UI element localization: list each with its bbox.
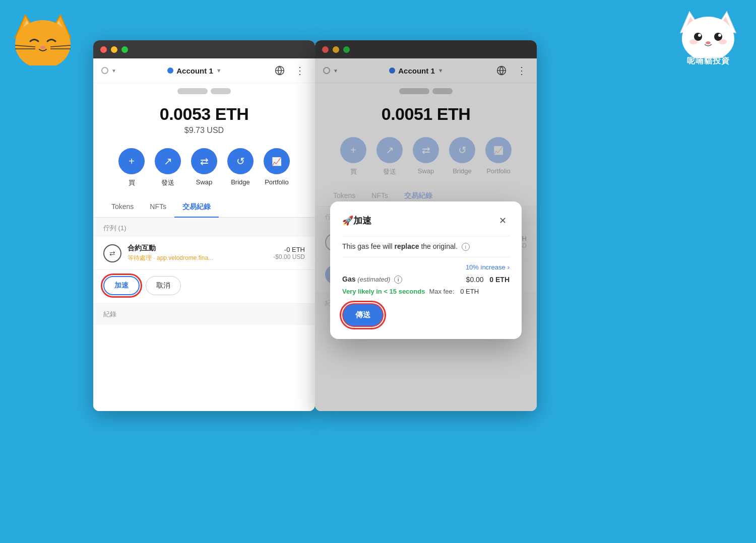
svg-point-19 <box>706 41 711 44</box>
account-dot-left <box>167 67 173 74</box>
swap-label: Swap <box>196 178 213 186</box>
bridge-icon: ↺ <box>227 148 254 174</box>
addr-seg1-left <box>177 88 208 94</box>
modal-increase-row: 10% increase › <box>342 263 510 271</box>
action-bridge[interactable]: ↺ Bridge <box>227 148 254 187</box>
action-buy[interactable]: + 買 <box>118 148 145 187</box>
account-name-left[interactable]: Account 1 ▼ <box>167 66 221 75</box>
modal-card: 🚀加速 ✕ This gas fee will replace the orig… <box>330 201 522 339</box>
chevron-right-icon[interactable]: › <box>508 263 510 271</box>
max-fee-value: 0 ETH <box>460 288 479 295</box>
network-switch-icon-left[interactable] <box>273 63 287 78</box>
bridge-label: Bridge <box>231 178 250 186</box>
svg-point-20 <box>689 39 698 44</box>
gas-info-icon[interactable]: i <box>394 276 402 284</box>
windows-container: ▼ Account 1 ▼ ⋮ <box>93 40 537 411</box>
action-buttons-left: + 買 ↗ 發送 ⇄ Swap ↺ Bridge 📈 Portfolio <box>93 143 315 197</box>
tx-eth-left: -0 ETH <box>273 246 305 253</box>
modal-desc-prefix: This gas fee will <box>342 242 394 250</box>
history-label-left: 紀錄 <box>93 303 315 325</box>
window-right: ▼ Account 1 ▼ ⋮ <box>315 40 537 411</box>
modal-likely-row: Very likely in < 15 seconds Max fee: 0 E… <box>342 288 510 295</box>
action-swap[interactable]: ⇄ Swap <box>191 148 217 187</box>
svg-point-21 <box>719 39 727 44</box>
gas-estimated: (estimated) <box>357 276 390 283</box>
window-left: ▼ Account 1 ▼ ⋮ <box>93 40 315 411</box>
max-fee-label: Max fee: <box>429 288 454 295</box>
tab-bar-left: Tokens NFTs 交易紀錄 <box>93 197 315 218</box>
buy-icon: + <box>118 148 145 174</box>
chevron-down-icon-account-left[interactable]: ▼ <box>216 67 222 74</box>
tab-history-left[interactable]: 交易紀錄 <box>174 197 219 218</box>
gas-value: $0.00 0 ETH <box>466 276 510 284</box>
likely-text: Very likely in < 15 seconds <box>342 288 425 295</box>
network-icon-left <box>101 67 108 74</box>
header-right-left: ⋮ <box>273 63 307 78</box>
modal-divider-top <box>342 236 510 236</box>
tx-title-left: 合約互動 <box>128 244 267 253</box>
traffic-light-red-left[interactable] <box>100 46 107 53</box>
queue-label-left: 佇列 (1) <box>93 218 315 237</box>
modal-gas-row: Gas (estimated) i $0.00 0 ETH <box>342 275 510 284</box>
titlebar-left <box>93 40 315 58</box>
addr-seg2-left <box>211 88 231 94</box>
svg-point-18 <box>718 34 721 37</box>
brand-logo: 呢喃貓投資 <box>668 8 748 66</box>
balance-eth-left: 0.0053 ETH <box>93 104 315 124</box>
tab-nfts-left[interactable]: NFTs <box>142 197 174 218</box>
window-body-left: ▼ Account 1 ▼ ⋮ <box>93 58 315 411</box>
modal-send-button[interactable]: 傳送 <box>342 303 384 327</box>
portfolio-label: Portfolio <box>265 178 289 186</box>
svg-point-17 <box>698 34 701 37</box>
modal-divider-mid <box>342 257 510 257</box>
action-send[interactable]: ↗ 發送 <box>155 148 181 187</box>
buy-label: 買 <box>129 178 135 187</box>
chevron-down-icon-left[interactable]: ▼ <box>111 68 116 74</box>
tx-amount-left: -0 ETH -$0.00 USD <box>273 246 305 260</box>
cancel-button-left[interactable]: 取消 <box>146 276 181 295</box>
modal-title: 🚀加速 <box>342 215 371 227</box>
modal-send-btn-wrapper: 傳送 <box>342 303 510 327</box>
modal-close-button[interactable]: ✕ <box>495 214 510 228</box>
modal-desc-suffix: the original. <box>419 242 458 250</box>
traffic-light-yellow-left[interactable] <box>111 46 117 53</box>
modal-desc-bold: replace <box>394 242 419 250</box>
increase-link[interactable]: 10% increase <box>466 263 506 271</box>
balance-usd-left: $9.73 USD <box>93 126 315 135</box>
address-bar-left <box>93 88 315 94</box>
traffic-light-green-left[interactable] <box>121 46 128 53</box>
brand-text: 呢喃貓投資 <box>687 56 730 66</box>
send-icon: ↗ <box>155 148 181 174</box>
swap-icon: ⇄ <box>191 148 217 174</box>
tab-tokens-left[interactable]: Tokens <box>103 197 142 218</box>
modal-header: 🚀加速 ✕ <box>342 214 510 228</box>
send-label: 發送 <box>161 178 174 187</box>
portfolio-icon: 📈 <box>264 148 290 174</box>
tx-item-left: ⇄ 合約互動 等待處理 · app.velodrome.fina... -0 E… <box>93 237 315 270</box>
gas-label: Gas (estimated) i <box>342 275 402 284</box>
tx-usd-left: -$0.00 USD <box>273 253 305 260</box>
tx-actions-left: 加速 取消 <box>93 270 315 303</box>
accelerate-button-left[interactable]: 加速 <box>103 276 140 295</box>
tx-icon-left: ⇄ <box>103 244 121 262</box>
tx-sub-left: 等待處理 · app.velodrome.fina... <box>128 254 267 262</box>
svg-point-5 <box>40 46 45 49</box>
action-portfolio[interactable]: 📈 Portfolio <box>264 148 290 187</box>
wallet-header-left: ▼ Account 1 ▼ ⋮ <box>93 58 315 83</box>
info-icon[interactable]: i <box>462 243 470 251</box>
header-left-left: ▼ <box>101 67 116 74</box>
menu-icon-left[interactable]: ⋮ <box>293 63 307 78</box>
tx-info-left: 合約互動 等待處理 · app.velodrome.fina... <box>128 244 267 262</box>
balance-section-left: 0.0053 ETH $9.73 USD <box>93 99 315 143</box>
window-body-right: ▼ Account 1 ▼ ⋮ <box>315 58 537 411</box>
modal-description: This gas fee will replace the original. … <box>342 242 510 251</box>
modal-overlay: 🚀加速 ✕ This gas fee will replace the orig… <box>315 40 537 411</box>
cat-logo-topleft <box>10 10 76 65</box>
